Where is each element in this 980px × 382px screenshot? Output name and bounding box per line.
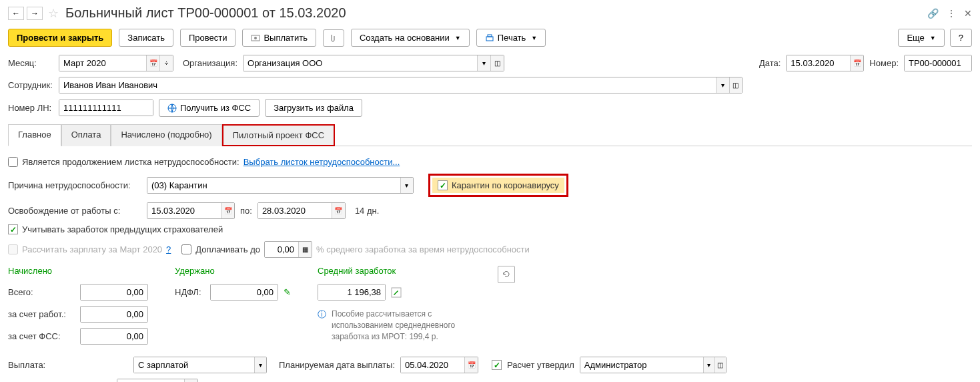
absence-label: Освобождение от работы с:: [8, 206, 141, 216]
printer-icon: [485, 33, 494, 43]
info-text: Пособие рассчитывается с использованием …: [332, 309, 478, 342]
date-to-label: по:: [240, 206, 252, 216]
extra-pay-checkbox[interactable]: [181, 244, 191, 254]
continuation-label: Является продолжением листка нетрудоспос…: [22, 157, 239, 167]
open-icon[interactable]: ◫: [729, 77, 742, 93]
star-icon[interactable]: ☆: [48, 6, 59, 21]
payout-label: Выплата:: [8, 360, 88, 370]
stepper-icon[interactable]: ÷: [159, 55, 173, 71]
ln-input[interactable]: [59, 100, 153, 116]
extra-pay-label: Доплачивать до: [195, 244, 260, 254]
approved-input[interactable]: [580, 357, 703, 373]
employee-input[interactable]: [59, 77, 716, 93]
nav-forward[interactable]: →: [27, 7, 43, 20]
svg-rect-3: [488, 35, 492, 37]
prev-earnings-checkbox[interactable]: ✓: [8, 224, 18, 234]
approved-label: Расчет утвердил: [507, 360, 574, 370]
covid-checkbox[interactable]: ✓: [438, 180, 448, 190]
planned-date-label: Планируемая дата выплаты:: [279, 360, 395, 370]
extra-pay-input[interactable]: [265, 242, 298, 257]
ndfl-input[interactable]: [211, 284, 278, 300]
approved-checkbox[interactable]: ✓: [492, 360, 502, 370]
get-fss-button[interactable]: Получить из ФСС: [159, 99, 260, 117]
date-label: Дата:: [759, 58, 781, 68]
tab-payment[interactable]: Оплата: [61, 124, 111, 146]
calendar-icon[interactable]: 📅: [850, 55, 863, 71]
calendar-icon[interactable]: 📅: [332, 203, 345, 218]
calendar-icon[interactable]: 📅: [221, 203, 234, 218]
dropdown-icon[interactable]: ▾: [477, 55, 490, 71]
recalc-checkbox: [8, 244, 18, 254]
refresh-icon: [502, 270, 511, 279]
avg-header: Средний заработок: [318, 266, 478, 276]
more-button[interactable]: Еще ▼: [898, 29, 944, 47]
reason-label: Причина нетрудоспособности:: [8, 180, 141, 190]
pay-button[interactable]: Выплатить: [242, 29, 316, 47]
paperclip-icon: [329, 33, 338, 43]
org-input[interactable]: [243, 55, 477, 71]
withheld-header: Удержано: [175, 266, 291, 276]
fss-label: за счет ФСС:: [8, 331, 75, 341]
create-based-button[interactable]: Создать на основании ▼: [351, 29, 470, 47]
close-icon[interactable]: ✕: [964, 8, 972, 19]
recalc-help-link[interactable]: ?: [166, 244, 171, 254]
number-label: Номер:: [869, 58, 899, 68]
employee-label: Сотрудник:: [8, 80, 53, 90]
employer-label: за счет работ.:: [8, 309, 75, 319]
employer-input[interactable]: [81, 307, 147, 322]
ln-label: Номер ЛН:: [8, 103, 53, 113]
open-icon[interactable]: ◫: [490, 55, 504, 71]
total-label: Всего:: [8, 287, 75, 297]
save-button[interactable]: Записать: [119, 29, 173, 47]
planned-date-input[interactable]: [401, 357, 464, 373]
attach-button[interactable]: [323, 29, 344, 47]
accrued-header: Начислено: [8, 266, 148, 276]
date-from-input[interactable]: [147, 203, 221, 218]
print-button[interactable]: Печать ▼: [476, 29, 546, 47]
fss-input[interactable]: [81, 329, 147, 344]
dropdown-icon[interactable]: ▾: [254, 357, 266, 373]
tab-main[interactable]: Главное: [8, 124, 61, 146]
calc-icon[interactable]: ▦: [184, 379, 197, 382]
prev-earnings-label: Учитывать заработок предыдущих страховат…: [22, 224, 223, 234]
correction-input[interactable]: [117, 379, 184, 382]
covid-highlight: ✓ Карантин по коронавирусу: [428, 174, 568, 197]
days-text: 14 дн.: [355, 206, 379, 216]
post-close-button[interactable]: Провести и закрыть: [8, 29, 112, 47]
calc-icon[interactable]: ▦: [298, 242, 312, 257]
open-icon[interactable]: ◫: [714, 357, 726, 373]
org-label: Организация:: [183, 58, 237, 68]
chevron-down-icon: ▼: [531, 35, 537, 41]
reason-input[interactable]: [147, 178, 400, 193]
date-input[interactable]: [787, 55, 850, 71]
svg-point-1: [254, 37, 257, 39]
post-button[interactable]: Провести: [180, 29, 236, 47]
calendar-icon[interactable]: 📅: [464, 357, 478, 373]
help-button[interactable]: ?: [950, 29, 972, 47]
ndfl-label: НДФЛ:: [175, 287, 205, 297]
number-input[interactable]: [905, 55, 971, 71]
menu-icon[interactable]: ⋮: [947, 8, 956, 19]
refresh-button[interactable]: [498, 266, 515, 283]
link-icon[interactable]: 🔗: [927, 8, 939, 19]
avg-input[interactable]: [318, 284, 385, 300]
nav-back[interactable]: ←: [8, 7, 24, 20]
pencil-icon[interactable]: ✎: [284, 287, 291, 297]
payout-input[interactable]: [134, 357, 254, 373]
calendar-icon[interactable]: 📅: [146, 55, 159, 71]
globe-icon: [167, 104, 177, 113]
dropdown-icon[interactable]: ▾: [703, 357, 714, 373]
chevron-down-icon: ▼: [455, 35, 461, 41]
pencil-edit-icon[interactable]: [391, 287, 402, 298]
tab-pilot[interactable]: Пилотный проект ФСС: [222, 124, 335, 146]
tab-accrued[interactable]: Начислено (подробно): [111, 124, 221, 146]
dropdown-icon[interactable]: ▾: [716, 77, 728, 93]
money-icon: [251, 33, 260, 43]
total-input[interactable]: [81, 284, 147, 300]
choose-sheet-link[interactable]: Выбрать листок нетрудоспособности...: [243, 157, 400, 167]
continuation-checkbox[interactable]: [8, 157, 18, 167]
date-to-input[interactable]: [258, 203, 332, 218]
month-input[interactable]: [59, 55, 146, 71]
load-file-button[interactable]: Загрузить из файла: [265, 99, 362, 117]
dropdown-icon[interactable]: ▾: [400, 178, 413, 193]
